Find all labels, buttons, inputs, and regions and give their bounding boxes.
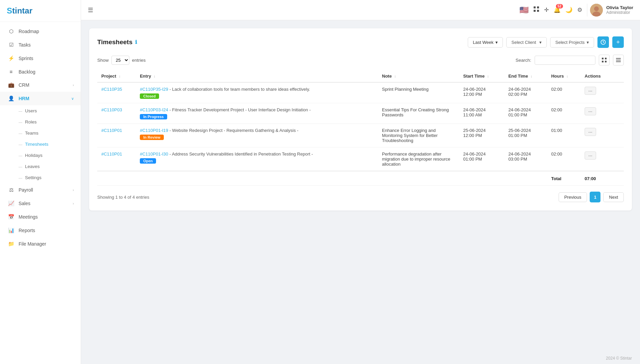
- svg-rect-10: [602, 61, 604, 62]
- user-info: Olivia Taylor Administrator: [606, 5, 633, 15]
- note-cell: Sprint Planning Meeting: [378, 82, 459, 103]
- header-controls: Last Week ▾ Select Client ▾ Select Proje…: [468, 36, 624, 48]
- settings-gear-icon[interactable]: ⚙: [577, 6, 582, 13]
- sidebar-item-roadmap[interactable]: ⬡ Roadmap: [0, 25, 81, 38]
- svg-point-5: [594, 6, 599, 11]
- sidebar-item-label: Sprints: [19, 56, 33, 61]
- row-actions-button[interactable]: ···: [585, 128, 596, 136]
- info-icon[interactable]: ℹ: [135, 39, 137, 45]
- language-flag-icon[interactable]: 🇺🇸: [519, 6, 529, 15]
- sidebar-item-sprints[interactable]: ⚡ Sprints: [0, 52, 81, 65]
- entry-id-link[interactable]: #C110P01-I30: [140, 151, 168, 157]
- entry-id-link[interactable]: #C110P01-I19: [140, 128, 168, 133]
- sidebar-item-reports[interactable]: 📊 Reports: [0, 224, 81, 237]
- col-end-time[interactable]: End Time ↕: [504, 70, 547, 82]
- next-button[interactable]: Next: [603, 192, 624, 202]
- sidebar-nav: ⬡ Roadmap ☑ Tasks ⚡ Sprints ≡ Backlog 💼 …: [0, 22, 81, 364]
- show-entries-area: Show 25 10 50 entries: [97, 56, 146, 65]
- sidebar-sub-label: Holidays: [25, 153, 43, 158]
- sidebar-item-label: Roadmap: [19, 29, 39, 34]
- sidebar-sub-label: Teams: [25, 131, 39, 136]
- showing-text: Showing 1 to 4 of 4 entries: [97, 195, 149, 200]
- project-cell: #C110P01: [97, 147, 136, 171]
- svg-rect-0: [534, 6, 536, 8]
- sidebar-item-meetings[interactable]: 📅 Meetings: [0, 210, 81, 224]
- entry-id-link[interactable]: #C110P35-I29: [140, 87, 168, 92]
- sidebar-item-crm[interactable]: 💼 CRM ›: [0, 78, 81, 92]
- sidebar-item-tasks[interactable]: ☑ Tasks: [0, 38, 81, 52]
- project-link[interactable]: #C110P03: [101, 107, 122, 112]
- page-1-button[interactable]: 1: [590, 192, 600, 202]
- reports-icon: 📊: [8, 227, 15, 233]
- dark-mode-icon[interactable]: 🌙: [565, 6, 572, 13]
- col-actions: Actions: [581, 70, 613, 82]
- grid-view-button[interactable]: [599, 55, 610, 65]
- hours-sort-icon: ↕: [566, 75, 568, 78]
- sidebar-sub-label: Users: [25, 108, 37, 113]
- hours-cell: 02:00: [547, 147, 581, 171]
- project-link[interactable]: #C110P01: [101, 151, 122, 157]
- sidebar-sub-item-teams[interactable]: Teams: [0, 128, 81, 139]
- actions-cell: ···: [581, 147, 613, 171]
- select-client-button[interactable]: Select Client ▾: [506, 37, 547, 48]
- svg-rect-12: [616, 58, 621, 59]
- entry-description: - Lack of collaboration tools for team m…: [170, 87, 310, 92]
- project-link[interactable]: #C110P35: [101, 87, 122, 92]
- add-timesheet-button[interactable]: +: [612, 36, 624, 48]
- notifications-bell-icon[interactable]: 🔔 52: [554, 6, 561, 13]
- end-time-cell: 24-06-202403:00 PM: [504, 147, 547, 171]
- table-controls: Show 25 10 50 entries Search:: [97, 55, 624, 65]
- project-link[interactable]: #C110P01: [101, 128, 122, 133]
- menu-toggle-icon[interactable]: ☰: [88, 6, 93, 14]
- entry-cell: #C110P35-I29 - Lack of collaboration too…: [136, 82, 378, 103]
- col-project[interactable]: Project ↕: [97, 70, 136, 82]
- search-input[interactable]: [535, 56, 595, 65]
- col-start-time[interactable]: Start Time ↕: [459, 70, 505, 82]
- entry-description: - Website Redesign Project - Requirement…: [170, 128, 299, 133]
- sidebar-sub-item-settings[interactable]: Settings: [0, 172, 81, 183]
- previous-button[interactable]: Previous: [559, 192, 587, 202]
- col-entry[interactable]: Entry ↕: [136, 70, 378, 82]
- end-time-cell: 25-06-202401:00 PM: [504, 124, 547, 147]
- sidebar-item-payroll[interactable]: ⚖ Payroll ›: [0, 183, 81, 197]
- crm-arrow: ›: [73, 83, 74, 87]
- crm-icon: 💼: [8, 82, 15, 88]
- sidebar-item-label: Sales: [19, 201, 30, 206]
- logo-text: Stintar: [7, 6, 32, 16]
- sprints-icon: ⚡: [8, 55, 15, 61]
- col-note[interactable]: Note ↕: [378, 70, 459, 82]
- project-cell: #C110P03: [97, 103, 136, 124]
- entry-id-link[interactable]: #C110P03-I24: [140, 107, 168, 112]
- col-hours[interactable]: Hours ↕: [547, 70, 581, 82]
- clock-filter-button[interactable]: [597, 36, 609, 48]
- sidebar-sub-item-leaves[interactable]: Leaves: [0, 161, 81, 172]
- last-week-filter-button[interactable]: Last Week ▾: [468, 37, 503, 48]
- search-area: Search:: [515, 55, 624, 65]
- sidebar-sub-item-roles[interactable]: Roles: [0, 116, 81, 128]
- total-row: Total 07:00: [97, 171, 624, 186]
- sidebar-sub-item-timesheets[interactable]: Timesheets: [0, 139, 81, 150]
- table-row: #C110P35 #C110P35-I29 - Lack of collabor…: [97, 82, 624, 103]
- focus-icon[interactable]: ✛: [544, 6, 549, 13]
- copyright-text: 2024 © Stintar: [606, 356, 632, 361]
- table-row: #C110P01 #C110P01-I30 - Address Security…: [97, 147, 624, 171]
- sidebar-sub-item-users[interactable]: Users: [0, 105, 81, 116]
- payroll-icon: ⚖: [8, 187, 15, 193]
- select-projects-button[interactable]: Select Projects ▾: [550, 37, 594, 48]
- row-actions-button[interactable]: ···: [585, 151, 596, 160]
- row-actions-button[interactable]: ···: [585, 87, 596, 95]
- entries-per-page-select[interactable]: 25 10 50: [111, 56, 129, 65]
- svg-rect-1: [537, 6, 539, 8]
- row-actions-button[interactable]: ···: [585, 107, 596, 115]
- user-role: Administrator: [606, 10, 633, 15]
- sidebar-item-hrm[interactable]: 👤 HRM ∨: [0, 92, 81, 105]
- user-profile-area[interactable]: Olivia Taylor Administrator: [587, 4, 633, 17]
- sidebar-sub-label: Settings: [25, 175, 42, 180]
- sidebar-item-backlog[interactable]: ≡ Backlog: [0, 65, 81, 78]
- sidebar-item-file-manager[interactable]: 📁 File Manager: [0, 237, 81, 251]
- hrm-arrow: ∨: [71, 96, 74, 101]
- sidebar-sub-item-holidays[interactable]: Holidays: [0, 150, 81, 161]
- sidebar-item-sales[interactable]: 📈 Sales ›: [0, 197, 81, 210]
- list-view-button[interactable]: [613, 55, 624, 65]
- apps-grid-icon[interactable]: [533, 6, 539, 14]
